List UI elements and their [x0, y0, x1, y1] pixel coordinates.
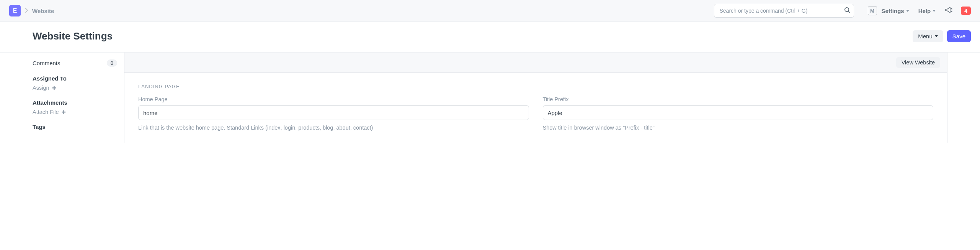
settings-label: Settings: [882, 8, 904, 14]
notification-badge[interactable]: 4: [961, 7, 971, 15]
home-page-input[interactable]: [138, 105, 529, 120]
home-page-label: Home Page: [138, 96, 529, 102]
assigned-heading: Assigned To: [33, 75, 117, 82]
body: Comments 0 Assigned To Assign ✚ Attachme…: [0, 53, 980, 143]
settings-menu[interactable]: Settings: [882, 8, 909, 14]
assign-label: Assign: [33, 85, 49, 91]
search-wrap: [714, 4, 854, 18]
sidebar: Comments 0 Assigned To Assign ✚ Attachme…: [0, 53, 124, 143]
chevron-down-icon: [906, 10, 909, 12]
main-panel: View Website Landing Page Home Page Link…: [124, 53, 947, 143]
page-title: Website Settings: [33, 30, 913, 42]
home-page-field-group: Home Page Link that is the website home …: [138, 96, 529, 132]
home-page-help: Link that is the website home page. Stan…: [138, 124, 529, 132]
topbar: E Website M Settings Help 4: [0, 0, 980, 22]
help-label: Help: [918, 8, 931, 14]
form-columns: Home Page Link that is the website home …: [138, 96, 933, 132]
help-menu[interactable]: Help: [918, 8, 936, 14]
title-prefix-input[interactable]: [543, 105, 934, 120]
view-website-button[interactable]: View Website: [896, 57, 940, 68]
search-input[interactable]: [714, 4, 854, 18]
form-area: Landing Page Home Page Link that is the …: [124, 73, 947, 143]
plus-icon: ✚: [52, 85, 56, 91]
save-button[interactable]: Save: [947, 30, 971, 42]
breadcrumb[interactable]: Website: [32, 8, 54, 14]
title-prefix-field-group: Title Prefix Show title in browser windo…: [543, 96, 934, 132]
announcement-icon[interactable]: [945, 7, 952, 15]
svg-line-1: [848, 11, 850, 13]
page-header: Website Settings Menu Save: [0, 22, 980, 53]
app-logo[interactable]: E: [9, 5, 21, 16]
title-prefix-help: Show title in browser window as "Prefix …: [543, 124, 934, 132]
menu-label: Menu: [918, 33, 933, 39]
comments-count: 0: [107, 59, 117, 67]
title-prefix-label: Title Prefix: [543, 96, 934, 102]
chevron-right-icon: [25, 7, 28, 14]
attachments-heading: Attachments: [33, 99, 117, 106]
tags-heading: Tags: [33, 123, 117, 130]
chevron-down-icon: [935, 35, 938, 37]
assign-button[interactable]: Assign ✚: [33, 85, 117, 91]
sidebar-section-tags: Tags: [33, 123, 117, 130]
sidebar-section-attachments: Attachments Attach File ✚: [33, 99, 117, 115]
main-toolbar: View Website: [124, 53, 947, 73]
menu-button[interactable]: Menu: [913, 30, 943, 42]
comments-label: Comments: [33, 60, 60, 66]
attach-file-button[interactable]: Attach File ✚: [33, 109, 117, 115]
sidebar-section-assigned: Assigned To Assign ✚: [33, 75, 117, 91]
search-icon[interactable]: [844, 7, 850, 15]
plus-icon: ✚: [62, 109, 66, 115]
sidebar-item-comments[interactable]: Comments 0: [33, 59, 117, 67]
avatar[interactable]: M: [868, 6, 877, 15]
chevron-down-icon: [933, 10, 936, 12]
attach-label: Attach File: [33, 109, 59, 115]
section-heading: Landing Page: [138, 84, 933, 89]
